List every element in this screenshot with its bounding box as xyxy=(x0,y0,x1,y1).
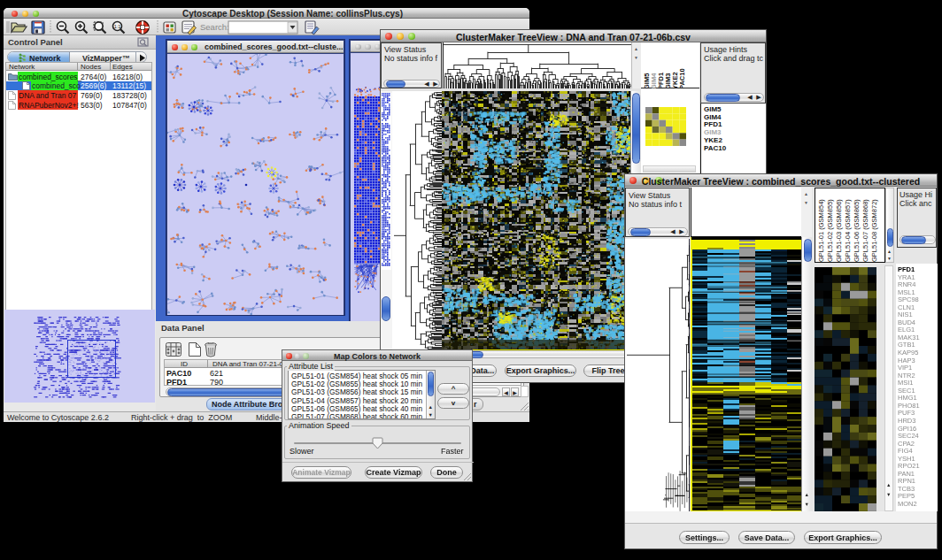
svg-text:Search:: Search: xyxy=(200,22,229,32)
svg-text:1:1: 1:1 xyxy=(114,24,121,29)
